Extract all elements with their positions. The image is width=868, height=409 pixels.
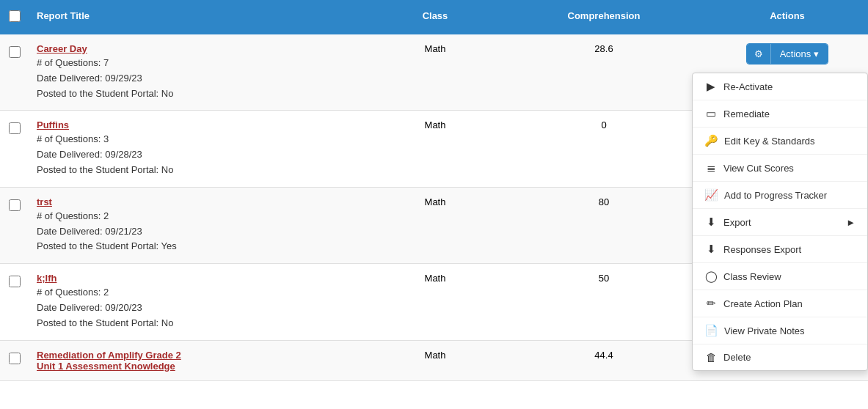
date-delivered: Date Delivered: 09/20/23 <box>37 301 362 316</box>
menu-item-label: Add to Progress Tracker <box>724 190 827 201</box>
submenu-arrow-icon: ► <box>846 217 856 228</box>
report-title-link[interactable]: k;lfh <box>37 273 56 284</box>
export-item-left: ⬇ Export <box>704 215 751 229</box>
document-icon: 📄 <box>704 324 718 337</box>
questions-count: # of Questions: 2 <box>37 209 362 224</box>
report-title-cell: Remediation of Amplify Grade 2 Unit 1 As… <box>29 347 369 375</box>
questions-count: # of Questions: 7 <box>37 56 362 71</box>
comprehension-cell: 0 <box>501 117 707 133</box>
date-delivered: Date Delivered: 09/28/23 <box>37 147 362 163</box>
class-cell: Math <box>369 270 501 287</box>
menu-item-view-cut-scores[interactable]: ≣ View Cut Scores <box>693 155 867 182</box>
date-delivered: Date Delivered: 09/29/23 <box>37 71 362 86</box>
menu-item-label: View Cut Scores <box>723 163 794 174</box>
questions-count: # of Questions: 2 <box>37 285 362 301</box>
pencil-square-icon: ✏ <box>704 297 718 310</box>
comprehension-cell: 28.6 <box>501 40 707 57</box>
reactivate-icon: ▶︎ <box>704 80 718 93</box>
actions-caret-icon: ▾ <box>814 48 819 59</box>
questions-count: # of Questions: 3 <box>37 132 362 147</box>
remediate-icon: ▭ <box>704 107 718 120</box>
report-title-link[interactable]: trst <box>37 196 52 207</box>
menu-item-label: Remediate <box>723 108 770 119</box>
menu-item-label: View Private Notes <box>724 325 805 336</box>
comprehension-cell: 44.4 <box>501 347 707 364</box>
actions-dropdown-menu: ▶︎ Re-Activate ▭ Remediate 🔑 Edit Key & … <box>692 73 868 371</box>
menu-item-export[interactable]: ⬇ Export ► <box>693 209 867 236</box>
menu-item-delete[interactable]: 🗑 Delete <box>693 344 867 370</box>
menu-item-reactivate[interactable]: ▶︎ Re-Activate <box>693 73 867 100</box>
report-title-link[interactable]: Puffins <box>37 119 69 130</box>
report-meta: # of Questions: 2 Date Delivered: 09/21/… <box>37 209 362 254</box>
table-header: Report Title Class Comprehension Actions <box>0 0 868 34</box>
actions-dropdown-button[interactable]: Actions ▾ <box>770 44 828 64</box>
export-icon: ⬇ <box>704 215 718 229</box>
actions-label: Actions <box>780 48 812 59</box>
chart-line-icon: 📈 <box>704 188 718 202</box>
menu-item-remediate[interactable]: ▭ Remediate <box>693 100 867 128</box>
key-icon: 🔑 <box>704 134 718 147</box>
responses-export-icon: ⬇ <box>704 243 718 256</box>
class-cell: Math <box>369 117 501 133</box>
trash-icon: 🗑 <box>704 351 718 364</box>
menu-item-label: Delete <box>723 352 751 363</box>
actions-button-group: ⚙ Actions ▾ <box>746 43 829 65</box>
class-cell: Math <box>369 194 501 210</box>
menu-item-add-progress-tracker[interactable]: 📈 Add to Progress Tracker <box>693 182 867 209</box>
row-checkbox[interactable] <box>9 122 21 134</box>
row-checkbox-cell <box>0 270 29 293</box>
actions-cell: ⚙ Actions ▾ ▶︎ Re-Activate ▭ Remediate 🔑 <box>707 40 868 67</box>
sliders-icon: ≣ <box>704 161 718 174</box>
row-checkbox[interactable] <box>9 276 21 287</box>
report-meta: # of Questions: 7 Date Delivered: 09/29/… <box>37 56 362 101</box>
report-title-cell: Puffins # of Questions: 3 Date Delivered… <box>29 117 369 180</box>
report-title-cell: k;lfh # of Questions: 2 Date Delivered: … <box>29 270 369 334</box>
report-title-cell: Career Day # of Questions: 7 Date Delive… <box>29 40 369 104</box>
menu-item-label: Re-Activate <box>723 81 773 92</box>
menu-item-label: Edit Key & Standards <box>724 136 815 147</box>
report-title-link[interactable]: Remediation of Amplify Grade 2 <box>37 350 181 361</box>
header-actions: Actions <box>707 0 868 34</box>
report-title-cell: trst # of Questions: 2 Date Delivered: 0… <box>29 194 369 257</box>
comprehension-cell: 50 <box>501 270 707 287</box>
menu-item-label: Export <box>723 217 751 228</box>
report-meta: # of Questions: 2 Date Delivered: 09/20/… <box>37 285 362 331</box>
portal-status: Posted to the Student Portal: Yes <box>37 239 362 254</box>
portal-status: Posted to the Student Portal: No <box>37 86 362 102</box>
menu-item-label: Create Action Plan <box>723 298 803 309</box>
report-meta: # of Questions: 3 Date Delivered: 09/28/… <box>37 132 362 177</box>
row-checkbox-cell <box>0 40 29 64</box>
class-cell: Math <box>369 40 501 57</box>
row-checkbox-cell <box>0 117 29 140</box>
portal-status: Posted to the Student Portal: No <box>37 316 362 331</box>
class-cell: Math <box>369 347 501 364</box>
row-checkbox[interactable] <box>9 199 21 211</box>
table-row: Career Day # of Questions: 7 Date Delive… <box>0 34 868 111</box>
row-checkbox[interactable] <box>9 46 21 58</box>
header-comprehension: Comprehension <box>501 0 707 34</box>
date-delivered: Date Delivered: 09/21/23 <box>37 224 362 240</box>
menu-item-responses-export[interactable]: ⬇ Responses Export <box>693 236 867 263</box>
portal-status: Posted to the Student Portal: No <box>37 163 362 178</box>
menu-item-label: Class Review <box>723 271 781 282</box>
report-title-link-line2[interactable]: Unit 1 Assessment Knowledge <box>37 361 175 372</box>
header-report-title: Report Title <box>29 0 369 34</box>
actions-gear-button[interactable]: ⚙ <box>747 44 770 64</box>
header-checkbox-col <box>0 0 29 34</box>
select-all-checkbox[interactable] <box>9 10 21 22</box>
class-review-icon: ◯ <box>704 270 718 283</box>
report-title-link[interactable]: Career Day <box>37 43 87 54</box>
menu-item-view-private-notes[interactable]: 📄 View Private Notes <box>693 317 867 344</box>
menu-item-class-review[interactable]: ◯ Class Review <box>693 263 867 290</box>
menu-item-edit-key-standards[interactable]: 🔑 Edit Key & Standards <box>693 128 867 155</box>
row-checkbox-cell <box>0 347 29 370</box>
menu-item-create-action-plan[interactable]: ✏ Create Action Plan <box>693 290 867 317</box>
row-checkbox[interactable] <box>9 353 21 364</box>
row-checkbox-cell <box>0 194 29 217</box>
header-class: Class <box>369 0 501 34</box>
reports-table: Report Title Class Comprehension Actions… <box>0 0 868 381</box>
menu-item-label: Responses Export <box>723 244 801 255</box>
comprehension-cell: 80 <box>501 194 707 210</box>
